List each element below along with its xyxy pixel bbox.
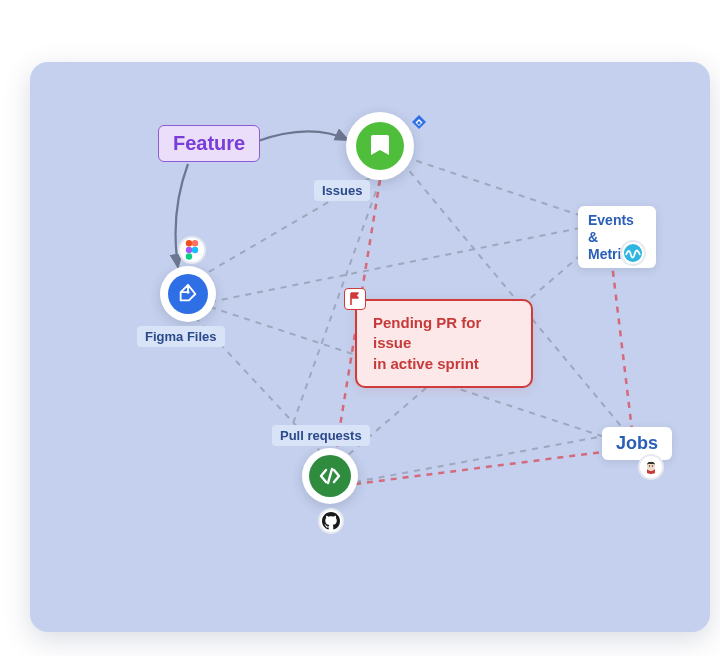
figma-files-label: Figma Files (137, 326, 225, 347)
jobs-label: Jobs (616, 433, 658, 453)
amplitude-icon (620, 240, 646, 266)
svg-point-5 (186, 253, 192, 259)
svg-point-1 (186, 240, 192, 246)
edge-figma-events (210, 227, 585, 302)
flag-icon (344, 288, 366, 310)
svg-point-11 (652, 465, 653, 466)
edge-pr-jobs-gray (355, 434, 615, 482)
issues-label: Issues (314, 180, 370, 201)
svg-point-2 (192, 240, 198, 246)
pull-requests-node[interactable] (302, 448, 358, 504)
jira-icon (408, 112, 430, 134)
svg-point-4 (192, 247, 198, 253)
pull-requests-label: Pull requests (272, 425, 370, 446)
code-icon (309, 455, 351, 497)
edge-events-jobs-red (610, 247, 632, 430)
bookmark-icon (356, 122, 404, 170)
jobs-node[interactable]: Jobs (602, 427, 672, 460)
figma-icon (178, 236, 206, 264)
jenkins-icon (638, 454, 664, 480)
alert-box[interactable]: Pending PR for issue in active sprint (355, 299, 533, 388)
diagram-canvas: Feature Issues Figma Files Events & Metr… (30, 62, 710, 632)
svg-point-10 (649, 465, 650, 466)
edge-issues-events (405, 157, 585, 217)
feature-node[interactable]: Feature (158, 125, 260, 162)
svg-point-3 (186, 247, 192, 253)
svg-rect-9 (648, 462, 654, 464)
figma-files-node[interactable] (160, 266, 216, 322)
pen-icon (168, 274, 208, 314)
arrow-feature-issues (255, 131, 348, 142)
issues-node[interactable] (346, 112, 414, 180)
github-icon (318, 508, 344, 534)
alert-text: Pending PR for issue in active sprint (373, 314, 481, 372)
edge-pr-jobs-red (355, 450, 618, 484)
feature-label: Feature (173, 132, 245, 154)
svg-point-0 (187, 291, 190, 294)
